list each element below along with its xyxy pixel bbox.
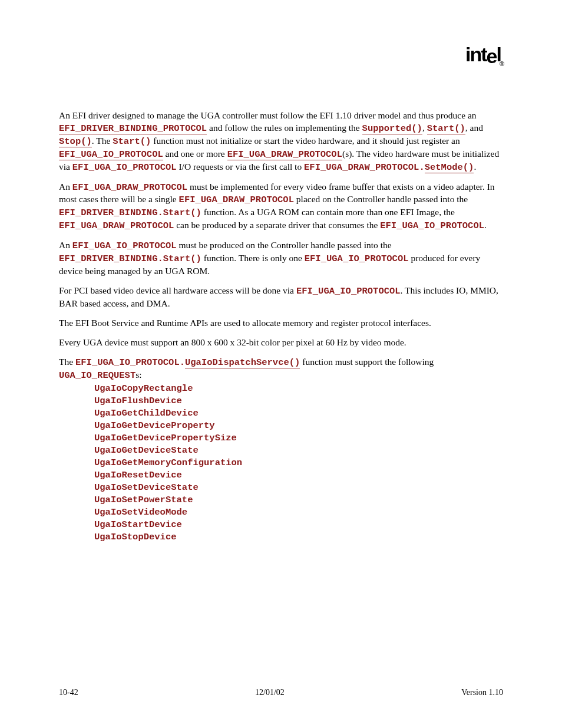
footer-version: Version 1.10: [461, 687, 503, 699]
request-list: UgaIoCopyRectangle UgaIoFlushDevice UgaI…: [94, 383, 503, 543]
footer: 10-42 12/01/02 Version 1.10: [59, 687, 503, 699]
code-text: EFI_UGA_IO_PROTOCOL: [296, 286, 401, 297]
code-link[interactable]: Stop(): [59, 136, 92, 147]
text: function must support the following: [300, 357, 434, 367]
text: The: [59, 357, 75, 367]
code-text: EFI_UGA_IO_PROTOCOL: [72, 162, 177, 173]
page: intel® An EFI driver designed to manage …: [0, 0, 562, 728]
text: . The: [92, 136, 113, 146]
footer-date: 12/01/02: [255, 687, 285, 699]
list-item: UgaIoGetMemoryConfiguration: [94, 457, 503, 469]
intel-logo: intel®: [59, 41, 503, 68]
code-text: EFI_DRIVER_BINDING.Start(): [59, 253, 201, 264]
text: and follow the rules on implementing the: [207, 123, 362, 133]
paragraph-1: An EFI driver designed to manage the UGA…: [59, 110, 503, 174]
code-text: EFI_UGA_DRAW_PROTOCOL.: [304, 162, 425, 173]
list-item: UgaIoSetVideoMode: [94, 506, 503, 519]
text: s:: [135, 370, 141, 380]
paragraph-7: The EFI_UGA_IO_PROTOCOL.UgaIoDispatchSer…: [59, 356, 503, 382]
code-link[interactable]: EFI_DRIVER_BINDING_PROTOCOL: [59, 123, 207, 134]
list-item: UgaIoStopDevice: [94, 531, 503, 543]
list-item: UgaIoGetDeviceState: [94, 444, 503, 457]
paragraph-5: The EFI Boot Service and Runtime APIs ar…: [59, 317, 503, 330]
code-text: EFI_UGA_DRAW_PROTOCOL: [72, 182, 187, 193]
text: I/O requests or via the first call to: [177, 162, 305, 172]
text: function. As a UGA ROM can contain more …: [201, 207, 455, 217]
paragraph-6: Every UGA device must support an 800 x 6…: [59, 337, 503, 349]
text: function must not initialize or start th…: [151, 136, 459, 146]
text: .: [474, 162, 476, 172]
code-text: EFI_UGA_IO_PROTOCOL: [380, 220, 484, 231]
text: , and: [465, 123, 483, 133]
code-text: EFI_UGA_DRAW_PROTOCOL: [179, 195, 294, 205]
code-link[interactable]: UgaIoDispatchServce(): [185, 357, 300, 368]
text: ,: [422, 123, 427, 133]
text: must be produced on the Controller handl…: [177, 240, 392, 250]
code-link[interactable]: Start(): [427, 123, 465, 134]
list-item: UgaIoSetPowerState: [94, 494, 503, 506]
list-item: UgaIoGetChildDevice: [94, 407, 503, 420]
footer-page: 10-42: [59, 687, 78, 699]
list-item: UgaIoResetDevice: [94, 469, 503, 482]
code-link[interactable]: SetMode(): [425, 162, 474, 173]
code-text: EFI_UGA_IO_PROTOCOL.: [75, 357, 185, 368]
text: An: [59, 182, 72, 192]
text: An EFI driver designed to manage the UGA…: [59, 110, 477, 120]
list-item: UgaIoSetDeviceState: [94, 482, 503, 494]
text: An: [59, 240, 72, 250]
code-link[interactable]: EFI_UGA_DRAW_PROTOCOL: [227, 149, 342, 160]
text: can be produced by a separate driver tha…: [174, 220, 380, 230]
list-item: UgaIoGetDeviceProperty: [94, 420, 503, 432]
code-text: EFI_UGA_IO_PROTOCOL: [305, 253, 409, 264]
code-text: EFI_UGA_IO_PROTOCOL: [72, 241, 177, 251]
list-item: UgaIoStartDevice: [94, 519, 503, 531]
paragraph-3: An EFI_UGA_IO_PROTOCOL must be produced …: [59, 239, 503, 278]
text: .: [484, 220, 487, 230]
list-item: UgaIoGetDevicePropertySize: [94, 432, 503, 444]
text: For PCI based video device all hardware …: [59, 285, 296, 295]
list-item: UgaIoCopyRectangle: [94, 383, 503, 395]
paragraph-2: An EFI_UGA_DRAW_PROTOCOL must be impleme…: [59, 181, 503, 233]
code-text: Start(): [113, 136, 151, 147]
code-link[interactable]: Supported(): [362, 123, 422, 134]
list-item: UgaIoFlushDevice: [94, 395, 503, 407]
text: function. There is only one: [201, 253, 305, 263]
paragraph-4: For PCI based video device all hardware …: [59, 285, 503, 310]
code-text: EFI_UGA_DRAW_PROTOCOL: [59, 220, 174, 231]
code-text: EFI_DRIVER_BINDING.Start(): [59, 207, 201, 218]
text: and one or more: [163, 149, 227, 159]
code-link[interactable]: EFI_UGA_IO_PROTOCOL: [59, 149, 163, 160]
code-text: UGA_IO_REQUEST: [59, 370, 135, 381]
text: placed on the Controller handle passed i…: [294, 194, 468, 204]
